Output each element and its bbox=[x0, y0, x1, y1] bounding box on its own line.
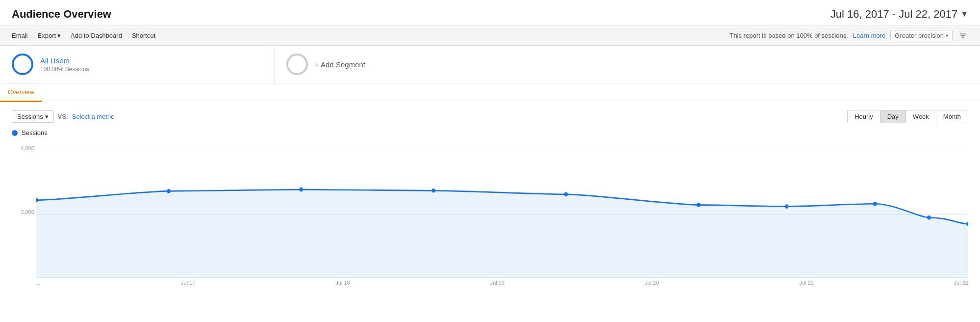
export-chevron-icon: ▾ bbox=[57, 32, 61, 39]
vs-label: VS. bbox=[58, 113, 68, 120]
date-range-chevron-icon: ▼ bbox=[960, 10, 968, 19]
data-point-3 bbox=[431, 188, 435, 193]
email-button[interactable]: Email bbox=[12, 31, 28, 40]
precision-chevron-icon: ▾ bbox=[946, 33, 948, 38]
tabs-row: Overview bbox=[0, 83, 980, 102]
time-btn-week[interactable]: Week bbox=[906, 110, 936, 123]
x-label-jul20: Jul 20 bbox=[645, 280, 659, 286]
select-metric-link[interactable]: Select a metric bbox=[72, 113, 114, 120]
time-btn-month[interactable]: Month bbox=[936, 110, 968, 123]
add-segment-button[interactable]: + Add Segment bbox=[275, 46, 377, 83]
shortcut-button[interactable]: Shortcut bbox=[132, 31, 155, 40]
chart-fill bbox=[36, 189, 968, 278]
chart-container: 4,000 2,000 bbox=[12, 140, 968, 297]
date-range-selector[interactable]: Jul 16, 2017 - Jul 22, 2017 ▼ bbox=[830, 8, 968, 21]
tab-overview[interactable]: Overview bbox=[0, 83, 42, 102]
toolbar: Email Export ▾ Add to Dashboard Shortcut… bbox=[0, 26, 980, 46]
data-point-2 bbox=[299, 188, 303, 192]
segment-sub: 100.00% Sessions bbox=[40, 66, 89, 73]
data-point-1 bbox=[167, 189, 171, 193]
segments-row: All Users 100.00% Sessions + Add Segment bbox=[0, 46, 980, 83]
add-segment-circle-icon bbox=[286, 54, 308, 75]
chart-svg bbox=[36, 140, 968, 278]
y-label-4000: 4,000 bbox=[21, 145, 34, 151]
y-label-2000: 2,000 bbox=[21, 209, 34, 215]
filter-icon[interactable] bbox=[957, 30, 968, 41]
x-label-jul19: Jul 19 bbox=[490, 280, 504, 286]
x-label-jul21: Jul 21 bbox=[799, 280, 813, 286]
x-label-start: ... bbox=[36, 280, 41, 286]
segment-name[interactable]: All Users bbox=[40, 56, 89, 65]
x-label-jul17: Jul 17 bbox=[181, 280, 195, 286]
metric-selector: Sessions ▾ VS. Select a metric bbox=[12, 110, 114, 123]
data-point-8 bbox=[927, 215, 931, 220]
page-title: Audience Overview bbox=[12, 8, 111, 21]
chart-section: Sessions ▾ VS. Select a metric Hourly Da… bbox=[0, 102, 980, 297]
add-dashboard-button[interactable]: Add to Dashboard bbox=[71, 31, 122, 40]
learn-more-link[interactable]: Learn more bbox=[853, 32, 885, 39]
time-btn-hourly[interactable]: Hourly bbox=[847, 110, 880, 123]
data-point-6 bbox=[785, 204, 789, 209]
segment-info: All Users 100.00% Sessions bbox=[40, 56, 89, 73]
data-point-7 bbox=[873, 202, 877, 206]
time-buttons: Hourly Day Week Month bbox=[847, 110, 968, 123]
x-axis-labels: ... Jul 17 Jul 18 Jul 19 Jul 20 Jul 21 J… bbox=[36, 278, 968, 286]
x-label-jul18: Jul 18 bbox=[335, 280, 350, 286]
toolbar-left: Email Export ▾ Add to Dashboard Shortcut bbox=[12, 31, 155, 40]
metric-chevron-icon: ▾ bbox=[45, 113, 49, 120]
metric-label: Sessions bbox=[17, 113, 43, 120]
export-label: Export bbox=[38, 32, 56, 39]
export-button[interactable]: Export ▾ bbox=[38, 31, 61, 40]
report-info-text: This report is based on 100% of sessions… bbox=[729, 32, 848, 39]
precision-dropdown[interactable]: Greater precision ▾ bbox=[890, 30, 953, 41]
legend-dot-icon bbox=[12, 130, 18, 136]
chart-controls: Sessions ▾ VS. Select a metric Hourly Da… bbox=[12, 110, 968, 123]
data-point-4 bbox=[564, 192, 568, 197]
toolbar-right: This report is based on 100% of sessions… bbox=[729, 30, 968, 41]
data-point-5 bbox=[697, 203, 701, 207]
metric-dropdown[interactable]: Sessions ▾ bbox=[12, 110, 54, 123]
legend-label: Sessions bbox=[22, 129, 48, 136]
x-label-jul22: Jul 22 bbox=[954, 280, 968, 286]
add-segment-label: + Add Segment bbox=[315, 60, 365, 69]
chart-legend: Sessions bbox=[12, 129, 968, 136]
header-bar: Audience Overview Jul 16, 2017 - Jul 22,… bbox=[0, 0, 980, 26]
segment-card-all-users: All Users 100.00% Sessions bbox=[0, 46, 275, 83]
segment-circle-icon bbox=[12, 54, 33, 75]
date-range-text: Jul 16, 2017 - Jul 22, 2017 bbox=[830, 8, 957, 21]
precision-label: Greater precision bbox=[895, 32, 944, 39]
time-btn-day[interactable]: Day bbox=[880, 110, 906, 123]
